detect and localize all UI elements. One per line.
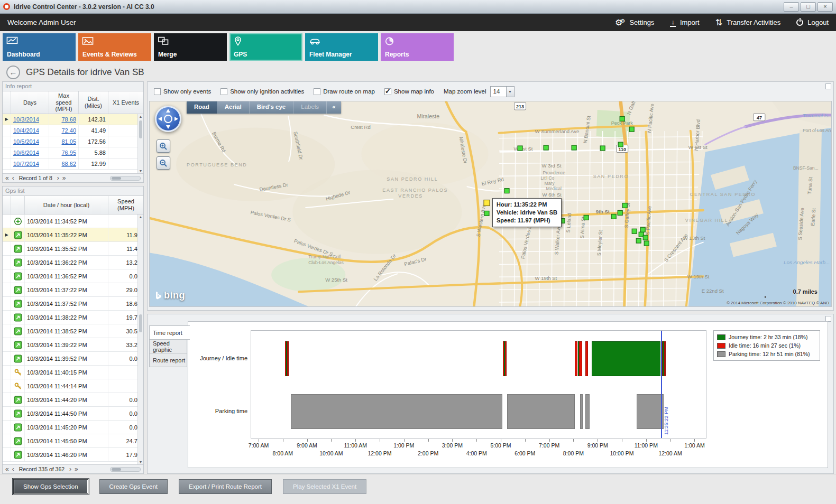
gps-marker[interactable] — [643, 235, 648, 240]
first-record-button[interactable]: « — [5, 175, 9, 181]
gps-list-row[interactable]: 10/3/2014 11:39:52 PM0.00 — [3, 352, 143, 366]
last-record-button[interactable]: » — [75, 466, 78, 472]
gps-marker[interactable] — [518, 146, 522, 151]
module-tile-merge[interactable]: Merge — [154, 33, 227, 61]
last-record-button[interactable]: » — [62, 175, 66, 181]
map-canvas[interactable]: MiralestePeck ParkW Summerland AveCrest … — [149, 101, 832, 307]
gps-marker[interactable] — [629, 127, 634, 132]
gps-list-row[interactable]: 10/3/2014 11:44:20 PM0.00 — [3, 393, 143, 407]
gps-list-row[interactable]: 10/3/2014 11:36:52 PM0.00 — [3, 269, 143, 283]
info-report-row[interactable]: 10/4/201472.4041.49 — [3, 125, 143, 136]
module-tile-gps[interactable]: GPS — [229, 33, 302, 61]
checkbox-show-map-info[interactable]: Show map info — [384, 88, 434, 95]
day-link[interactable]: 10/7/2014 — [13, 161, 39, 167]
gps-marker[interactable] — [640, 227, 645, 232]
first-record-button[interactable]: « — [5, 466, 9, 472]
chevron-down-icon[interactable]: ▼ — [506, 87, 514, 97]
checkbox-show-only-events[interactable]: Show only events — [154, 88, 211, 95]
checkbox-show-only-ignition-activities[interactable]: Show only ignition activities — [221, 88, 304, 95]
record-nav-scrollbar[interactable] — [110, 467, 141, 472]
panel-collapse-button[interactable] — [825, 83, 831, 89]
gps-marker[interactable] — [584, 215, 589, 220]
gps-list-row[interactable]: 10/3/2014 11:39:22 PM33.21 — [3, 338, 143, 352]
module-tile-fleet-manager[interactable]: Fleet Manager — [305, 33, 378, 61]
max-speed-link[interactable]: 78.68 — [61, 116, 76, 123]
gps-marker[interactable] — [644, 241, 649, 246]
gps-marker[interactable] — [618, 210, 622, 215]
transfer-activities-button[interactable]: ⇅ Transfer Activities — [715, 18, 781, 27]
gps-marker[interactable] — [611, 214, 616, 219]
gps-marker[interactable] — [620, 116, 624, 121]
gps-marker[interactable] — [636, 238, 641, 243]
day-link[interactable]: 10/6/2014 — [13, 150, 39, 156]
selected-gps-marker[interactable] — [484, 200, 490, 206]
minimize-button[interactable]: – — [784, 2, 799, 12]
prev-record-button[interactable]: ‹ — [12, 466, 14, 472]
max-speed-link[interactable]: 68.62 — [61, 161, 76, 167]
play-selected-x1-event-button[interactable]: Play Selected X1 Event — [283, 479, 366, 494]
gps-marker[interactable] — [544, 145, 548, 150]
day-link[interactable]: 10/4/2014 — [13, 127, 39, 134]
column-header-distance[interactable]: Dist. (Miles) — [79, 91, 108, 114]
map-zoom-dropdown[interactable]: 14 ▼ — [490, 86, 515, 97]
checkbox-box[interactable] — [314, 88, 320, 95]
max-speed-link[interactable]: 76.95 — [61, 150, 76, 156]
map-tab-labels[interactable]: Labels — [293, 101, 327, 114]
day-link[interactable]: 10/5/2014 — [13, 138, 39, 145]
pan-up-arrow[interactable] — [166, 109, 170, 113]
chart-time-cursor[interactable] — [661, 331, 662, 438]
next-record-button[interactable]: › — [69, 466, 71, 472]
next-record-button[interactable]: › — [57, 175, 59, 181]
prev-record-button[interactable]: ‹ — [12, 175, 14, 181]
module-tile-events-reviews[interactable]: Events & Reviews — [78, 33, 151, 61]
gps-list-row[interactable]: 10/3/2014 11:38:52 PM30.55 — [3, 324, 143, 338]
checkbox-draw-route-on-map[interactable]: Draw route on map — [314, 88, 375, 95]
maximize-button[interactable]: □ — [801, 2, 816, 12]
show-gps-selection-button[interactable]: Show Gps Selection — [13, 479, 88, 494]
gps-list-row[interactable]: 10/3/2014 11:38:22 PM19.70 — [3, 311, 143, 324]
info-report-row[interactable]: 10/7/201468.6212.99 — [3, 158, 143, 170]
gps-list-row[interactable]: 10/3/2014 11:44:14 PM — [3, 379, 143, 393]
settings-button[interactable]: ⚙⚙ Settings — [615, 18, 654, 27]
pan-right-arrow[interactable] — [174, 117, 178, 121]
tab-time-report[interactable]: Time report — [149, 325, 190, 340]
column-header-speed[interactable]: Speed (MPH) — [108, 196, 143, 214]
back-button[interactable]: ← — [6, 66, 20, 79]
gps-list-row[interactable]: 10/3/2014 11:37:52 PM18.63 — [3, 297, 143, 311]
gps-list-vertical-scrollbar[interactable]: ▲▼ — [137, 214, 143, 464]
day-link[interactable]: 10/3/2014 — [13, 116, 39, 123]
map-tabs-collapse-button[interactable]: « — [327, 101, 341, 114]
column-header-date-hour[interactable]: Date / hour (local) — [25, 196, 108, 214]
gps-list-row[interactable]: 10/3/2014 11:45:50 PM24.75 — [3, 434, 143, 448]
gps-list-row[interactable]: 10/3/2014 11:37:22 PM29.05 — [3, 283, 143, 297]
record-nav-scrollbar[interactable] — [110, 176, 141, 181]
gps-marker[interactable] — [484, 211, 489, 216]
gps-list-row[interactable]: 10/3/2014 11:45:20 PM0.00 — [3, 421, 143, 434]
checkbox-box[interactable] — [154, 88, 161, 95]
gps-marker[interactable] — [622, 203, 627, 208]
checkbox-box[interactable] — [384, 88, 391, 95]
pan-down-arrow[interactable] — [166, 125, 170, 129]
map-tab-road[interactable]: Road — [187, 101, 217, 114]
map-compass-control[interactable] — [155, 106, 181, 132]
gps-marker[interactable] — [572, 145, 576, 150]
map-tab-birds-eye[interactable]: Bird's eye — [250, 101, 294, 114]
gps-marker[interactable] — [504, 189, 509, 193]
info-report-row[interactable]: 10/6/201476.955.88 — [3, 147, 143, 158]
info-report-row[interactable]: ▶10/3/201478.68142.31 — [3, 114, 143, 125]
zoom-in-button[interactable] — [157, 139, 170, 153]
gps-marker[interactable] — [618, 142, 623, 147]
max-speed-link[interactable]: 81.05 — [61, 138, 76, 145]
gps-list-row[interactable]: 10/3/2014 11:44:50 PM0.00 — [3, 407, 143, 421]
tab-speed-graphic[interactable]: Speed graphic — [149, 339, 187, 353]
import-button[interactable]: ↓ Import — [670, 18, 699, 27]
gps-list-row[interactable]: 10/3/2014 11:36:22 PM13.28 — [3, 256, 143, 269]
tab-route-report[interactable]: Route report — [149, 353, 187, 367]
module-tile-reports[interactable]: Reports — [381, 33, 454, 61]
column-header-x1-events[interactable]: X1 Events — [108, 91, 143, 114]
logout-button[interactable]: Logout — [796, 18, 829, 26]
checkbox-box[interactable] — [221, 88, 227, 95]
map-tab-aerial[interactable]: Aerial — [217, 101, 250, 114]
close-button[interactable]: × — [817, 2, 833, 12]
export-print-route-report-button[interactable]: Export / Print Route Report — [179, 479, 272, 494]
